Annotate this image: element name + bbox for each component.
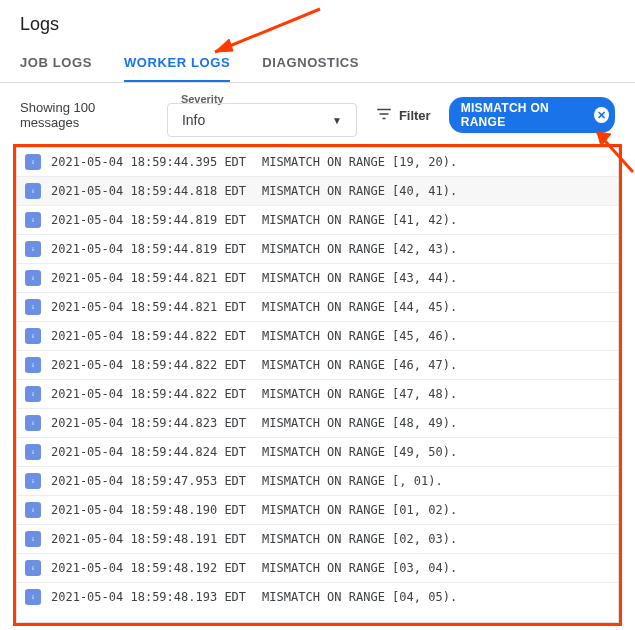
log-timestamp: 2021-05-04 18:59:44.819 EDT — [51, 213, 246, 227]
log-row[interactable]: 2021-05-04 18:59:44.824 EDTMISMATCH ON R… — [17, 437, 618, 466]
severity-value: Info — [182, 112, 205, 128]
log-row[interactable]: 2021-05-04 18:59:44.822 EDTMISMATCH ON R… — [17, 350, 618, 379]
page-title: Logs — [0, 0, 635, 45]
log-message: MISMATCH ON RANGE [40, 41). — [262, 184, 457, 198]
info-icon — [25, 386, 41, 402]
dropdown-caret-icon: ▼ — [332, 115, 342, 126]
log-row[interactable]: 2021-05-04 18:59:44.822 EDTMISMATCH ON R… — [17, 321, 618, 350]
info-icon — [25, 212, 41, 228]
info-icon — [25, 357, 41, 373]
log-timestamp: 2021-05-04 18:59:48.193 EDT — [51, 590, 246, 604]
log-timestamp: 2021-05-04 18:59:44.823 EDT — [51, 416, 246, 430]
log-message: MISMATCH ON RANGE [19, 20). — [262, 155, 457, 169]
log-message: MISMATCH ON RANGE [44, 45). — [262, 300, 457, 314]
severity-select[interactable]: Info ▼ — [167, 103, 357, 137]
log-row[interactable]: 2021-05-04 18:59:48.190 EDTMISMATCH ON R… — [17, 495, 618, 524]
info-icon — [25, 241, 41, 257]
log-message: MISMATCH ON RANGE [43, 44). — [262, 271, 457, 285]
close-icon[interactable]: ✕ — [594, 107, 609, 123]
log-row[interactable]: 2021-05-04 18:59:44.821 EDTMISMATCH ON R… — [17, 263, 618, 292]
tab-diagnostics[interactable]: DIAGNOSTICS — [262, 45, 359, 82]
log-row[interactable]: 2021-05-04 18:59:48.192 EDTMISMATCH ON R… — [17, 553, 618, 582]
log-timestamp: 2021-05-04 18:59:44.821 EDT — [51, 300, 246, 314]
log-row[interactable]: 2021-05-04 18:59:44.819 EDTMISMATCH ON R… — [17, 234, 618, 263]
info-icon — [25, 415, 41, 431]
log-message: MISMATCH ON RANGE [46, 47). — [262, 358, 457, 372]
log-row[interactable]: 2021-05-04 18:59:48.191 EDTMISMATCH ON R… — [17, 524, 618, 553]
log-timestamp: 2021-05-04 18:59:44.818 EDT — [51, 184, 246, 198]
log-timestamp: 2021-05-04 18:59:44.822 EDT — [51, 329, 246, 343]
info-icon — [25, 502, 41, 518]
controls-bar: Showing 100 messages Severity Info ▼ Fil… — [0, 83, 635, 147]
log-message: MISMATCH ON RANGE [41, 42). — [262, 213, 457, 227]
log-message: MISMATCH ON RANGE [01, 02). — [262, 503, 457, 517]
log-timestamp: 2021-05-04 18:59:44.822 EDT — [51, 358, 246, 372]
log-timestamp: 2021-05-04 18:59:44.395 EDT — [51, 155, 246, 169]
log-row[interactable]: 2021-05-04 18:59:44.821 EDTMISMATCH ON R… — [17, 292, 618, 321]
log-message: MISMATCH ON RANGE [49, 50). — [262, 445, 457, 459]
info-icon — [25, 183, 41, 199]
message-count: Showing 100 messages — [20, 100, 149, 130]
log-row[interactable]: 2021-05-04 18:59:44.395 EDTMISMATCH ON R… — [17, 147, 618, 176]
log-row[interactable]: 2021-05-04 18:59:44.818 EDTMISMATCH ON R… — [17, 176, 618, 205]
log-row[interactable]: 2021-05-04 18:59:48.193 EDTMISMATCH ON R… — [17, 582, 618, 611]
filter-button[interactable]: Filter — [375, 105, 431, 126]
log-message: MISMATCH ON RANGE [, 01). — [262, 474, 443, 488]
log-timestamp: 2021-05-04 18:59:44.822 EDT — [51, 387, 246, 401]
filter-chip-text: MISMATCH ON RANGE — [461, 101, 588, 129]
log-message: MISMATCH ON RANGE [48, 49). — [262, 416, 457, 430]
log-message: MISMATCH ON RANGE [47, 48). — [262, 387, 457, 401]
info-icon — [25, 560, 41, 576]
log-table: 2021-05-04 18:59:44.395 EDTMISMATCH ON R… — [16, 147, 619, 623]
info-icon — [25, 473, 41, 489]
info-icon — [25, 531, 41, 547]
log-message: MISMATCH ON RANGE [45, 46). — [262, 329, 457, 343]
info-icon — [25, 589, 41, 605]
log-message: MISMATCH ON RANGE [04, 05). — [262, 590, 457, 604]
log-timestamp: 2021-05-04 18:59:44.824 EDT — [51, 445, 246, 459]
log-message: MISMATCH ON RANGE [02, 03). — [262, 532, 457, 546]
tab-bar: JOB LOGS WORKER LOGS DIAGNOSTICS — [0, 45, 635, 83]
info-icon — [25, 444, 41, 460]
filter-chip[interactable]: MISMATCH ON RANGE ✕ — [449, 97, 615, 133]
log-timestamp: 2021-05-04 18:59:44.821 EDT — [51, 271, 246, 285]
log-row[interactable]: 2021-05-04 18:59:47.953 EDTMISMATCH ON R… — [17, 466, 618, 495]
log-row[interactable]: 2021-05-04 18:59:44.822 EDTMISMATCH ON R… — [17, 379, 618, 408]
log-timestamp: 2021-05-04 18:59:48.191 EDT — [51, 532, 246, 546]
log-message: MISMATCH ON RANGE [03, 04). — [262, 561, 457, 575]
log-row[interactable]: 2021-05-04 18:59:44.819 EDTMISMATCH ON R… — [17, 205, 618, 234]
log-timestamp: 2021-05-04 18:59:47.953 EDT — [51, 474, 246, 488]
log-timestamp: 2021-05-04 18:59:48.190 EDT — [51, 503, 246, 517]
tab-job-logs[interactable]: JOB LOGS — [20, 45, 92, 82]
log-timestamp: 2021-05-04 18:59:44.819 EDT — [51, 242, 246, 256]
info-icon — [25, 328, 41, 344]
info-icon — [25, 154, 41, 170]
filter-label: Filter — [399, 108, 431, 123]
log-row[interactable]: 2021-05-04 18:59:44.823 EDTMISMATCH ON R… — [17, 408, 618, 437]
info-icon — [25, 299, 41, 315]
tab-worker-logs[interactable]: WORKER LOGS — [124, 45, 230, 82]
filter-icon — [375, 105, 393, 126]
log-timestamp: 2021-05-04 18:59:48.192 EDT — [51, 561, 246, 575]
log-message: MISMATCH ON RANGE [42, 43). — [262, 242, 457, 256]
info-icon — [25, 270, 41, 286]
